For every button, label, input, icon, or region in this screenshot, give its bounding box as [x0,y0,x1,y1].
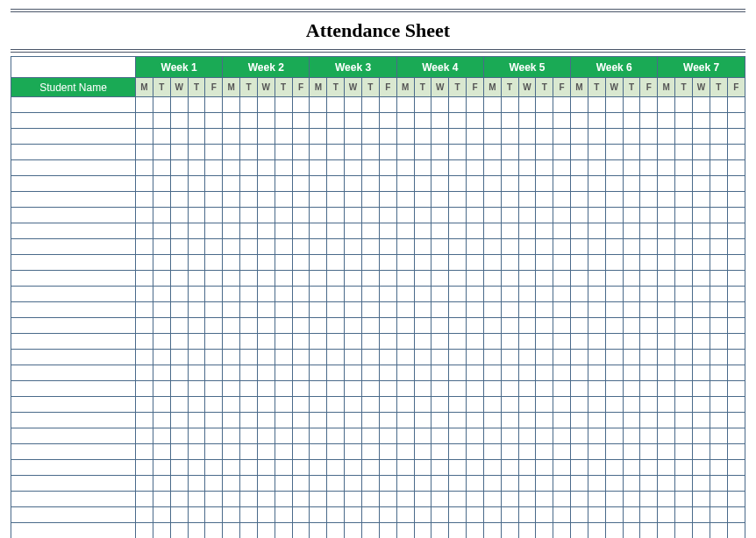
student-name-cell[interactable] [11,271,136,287]
attendance-cell[interactable] [396,97,414,113]
attendance-cell[interactable] [640,271,658,287]
attendance-cell[interactable] [361,129,379,145]
attendance-cell[interactable] [449,302,467,318]
attendance-cell[interactable] [396,397,414,413]
attendance-cell[interactable] [240,113,258,129]
attendance-cell[interactable] [396,350,414,365]
attendance-cell[interactable] [396,444,414,460]
attendance-cell[interactable] [467,460,484,476]
attendance-cell[interactable] [449,239,467,255]
attendance-cell[interactable] [310,460,327,476]
attendance-cell[interactable] [467,413,484,428]
attendance-cell[interactable] [396,460,414,476]
attendance-cell[interactable] [501,302,518,318]
attendance-cell[interactable] [292,223,310,239]
attendance-cell[interactable] [588,160,605,176]
attendance-cell[interactable] [727,334,745,350]
attendance-cell[interactable] [588,318,605,334]
attendance-cell[interactable] [571,350,588,365]
attendance-cell[interactable] [501,334,518,350]
attendance-cell[interactable] [518,129,536,145]
attendance-cell[interactable] [605,334,623,350]
attendance-cell[interactable] [605,476,623,492]
attendance-cell[interactable] [205,113,223,129]
student-name-cell[interactable] [11,365,136,381]
attendance-cell[interactable] [205,492,223,507]
attendance-cell[interactable] [536,192,553,208]
student-name-cell[interactable] [11,145,136,160]
attendance-cell[interactable] [205,271,223,287]
attendance-cell[interactable] [205,97,223,113]
attendance-cell[interactable] [396,113,414,129]
attendance-cell[interactable] [188,255,205,271]
attendance-cell[interactable] [693,223,710,239]
attendance-cell[interactable] [361,271,379,287]
attendance-cell[interactable] [136,287,153,302]
attendance-cell[interactable] [205,365,223,381]
attendance-cell[interactable] [588,492,605,507]
attendance-cell[interactable] [205,160,223,176]
attendance-cell[interactable] [605,428,623,444]
attendance-cell[interactable] [431,302,449,318]
attendance-cell[interactable] [501,397,518,413]
attendance-cell[interactable] [170,97,188,113]
attendance-cell[interactable] [275,302,292,318]
attendance-cell[interactable] [223,255,240,271]
attendance-cell[interactable] [553,287,571,302]
attendance-cell[interactable] [205,318,223,334]
attendance-cell[interactable] [223,239,240,255]
attendance-cell[interactable] [223,507,240,523]
attendance-cell[interactable] [553,129,571,145]
attendance-cell[interactable] [170,208,188,223]
attendance-cell[interactable] [136,428,153,444]
attendance-cell[interactable] [571,113,588,129]
attendance-cell[interactable] [240,287,258,302]
attendance-cell[interactable] [658,223,675,239]
attendance-cell[interactable] [431,97,449,113]
attendance-cell[interactable] [205,350,223,365]
attendance-cell[interactable] [693,413,710,428]
attendance-cell[interactable] [623,113,640,129]
attendance-cell[interactable] [275,492,292,507]
attendance-cell[interactable] [483,302,501,318]
attendance-cell[interactable] [675,476,693,492]
attendance-cell[interactable] [640,287,658,302]
attendance-cell[interactable] [240,160,258,176]
attendance-cell[interactable] [675,523,693,539]
attendance-cell[interactable] [240,271,258,287]
attendance-cell[interactable] [640,129,658,145]
attendance-cell[interactable] [623,413,640,428]
attendance-cell[interactable] [623,271,640,287]
attendance-cell[interactable] [379,492,396,507]
attendance-cell[interactable] [240,365,258,381]
attendance-cell[interactable] [693,113,710,129]
attendance-cell[interactable] [153,397,170,413]
attendance-cell[interactable] [588,176,605,192]
attendance-cell[interactable] [501,476,518,492]
attendance-cell[interactable] [727,507,745,523]
attendance-cell[interactable] [345,492,362,507]
student-name-cell[interactable] [11,381,136,397]
attendance-cell[interactable] [675,145,693,160]
student-name-cell[interactable] [11,397,136,413]
attendance-cell[interactable] [518,413,536,428]
attendance-cell[interactable] [467,397,484,413]
attendance-cell[interactable] [136,444,153,460]
attendance-cell[interactable] [518,523,536,539]
attendance-cell[interactable] [640,97,658,113]
attendance-cell[interactable] [571,444,588,460]
attendance-cell[interactable] [170,255,188,271]
attendance-cell[interactable] [223,208,240,223]
attendance-cell[interactable] [675,160,693,176]
attendance-cell[interactable] [345,318,362,334]
attendance-cell[interactable] [536,476,553,492]
attendance-cell[interactable] [727,160,745,176]
attendance-cell[interactable] [153,145,170,160]
attendance-cell[interactable] [136,381,153,397]
attendance-cell[interactable] [553,208,571,223]
attendance-cell[interactable] [693,160,710,176]
attendance-cell[interactable] [518,444,536,460]
attendance-cell[interactable] [710,287,727,302]
attendance-cell[interactable] [501,176,518,192]
attendance-cell[interactable] [501,460,518,476]
